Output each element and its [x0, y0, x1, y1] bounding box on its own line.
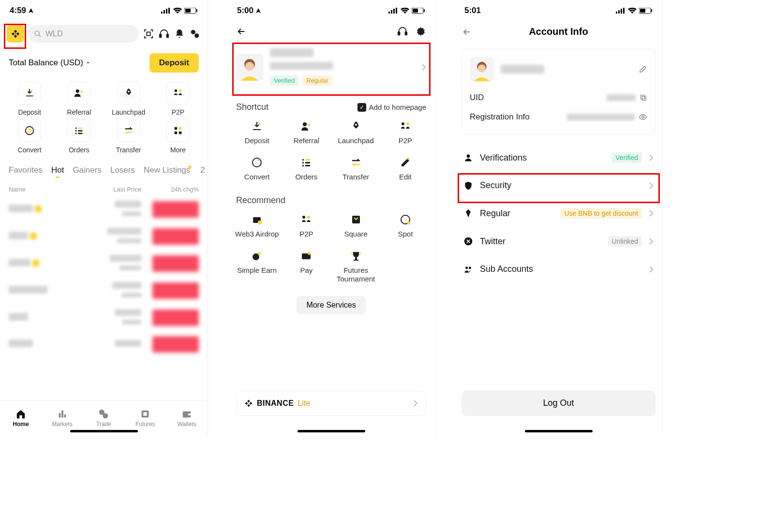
tab-gainers[interactable]: Gainers	[73, 165, 102, 175]
svg-rect-2	[166, 9, 167, 14]
list-item[interactable]	[0, 223, 208, 250]
rec-p2p[interactable]: P2P	[282, 213, 331, 238]
shortcut-more[interactable]: More	[153, 119, 203, 154]
svg-rect-29	[179, 132, 182, 134]
nav-wallets[interactable]: Wallets	[166, 401, 208, 435]
list-item[interactable]	[0, 196, 208, 223]
shortcut-launchpad[interactable]: Launchpad	[104, 81, 153, 116]
coin-icon[interactable]	[189, 29, 201, 39]
shortcut-convert[interactable]: Convert	[5, 119, 54, 154]
regular-badge: Regular	[302, 75, 332, 86]
tab-overflow[interactable]: 2	[200, 165, 205, 175]
menu-regular[interactable]: Regular Use BNB to get discount	[455, 199, 662, 227]
svg-rect-30	[59, 413, 60, 417]
menu-security[interactable]: Security	[455, 172, 662, 199]
list-item[interactable]	[0, 250, 208, 277]
shortcut-deposit[interactable]: Deposit	[232, 120, 282, 145]
list-item[interactable]	[0, 277, 208, 304]
shield-icon	[463, 181, 473, 191]
more-services-button[interactable]: More Services	[297, 296, 365, 314]
rec-web3[interactable]: Web3 Airdrop	[232, 213, 282, 238]
support-icon[interactable]	[158, 29, 170, 39]
svg-point-12	[191, 30, 195, 34]
svg-point-54	[355, 124, 357, 126]
binance-lite-bar[interactable]: BINANCE Lite	[236, 391, 426, 416]
svg-rect-28	[175, 132, 178, 134]
svg-rect-0	[161, 12, 163, 14]
search-input[interactable]: WLD	[28, 25, 139, 43]
menu-sub-accounts[interactable]: Sub Accounts	[455, 255, 662, 283]
chevron-right-icon	[649, 209, 654, 217]
tab-hot[interactable]: Hot	[51, 165, 64, 175]
profile-header[interactable]: Verified Regular	[227, 42, 435, 92]
tab-losers[interactable]: Losers	[110, 165, 135, 175]
svg-point-56	[406, 122, 409, 125]
search-placeholder: WLD	[45, 30, 63, 38]
rec-pay[interactable]: Pay	[282, 250, 331, 283]
shortcut-convert[interactable]: Convert	[232, 156, 282, 181]
svg-rect-60	[302, 162, 304, 163]
svg-rect-84	[640, 9, 645, 13]
list-item[interactable]	[0, 304, 208, 331]
svg-rect-90	[641, 95, 645, 99]
logout-button[interactable]: Log Out	[461, 390, 655, 416]
edit-icon[interactable]	[639, 65, 647, 74]
shortcut-referral[interactable]: Referral	[54, 81, 104, 116]
shortcut-edit[interactable]: Edit	[381, 156, 430, 181]
menu-verifications[interactable]: Verifications Verified	[455, 144, 662, 172]
svg-rect-25	[78, 133, 83, 134]
rec-square[interactable]: Square	[331, 213, 381, 238]
support-icon[interactable]	[397, 26, 408, 37]
tab-favorites[interactable]: Favorites	[9, 165, 43, 175]
tab-new-listings[interactable]: New Listings	[144, 165, 192, 175]
col-name: Name	[9, 186, 84, 193]
list-item[interactable]	[0, 331, 208, 357]
back-button[interactable]	[236, 26, 247, 37]
svg-point-51	[245, 62, 254, 71]
rec-earn[interactable]: Simple Earn	[232, 250, 282, 283]
svg-rect-79	[616, 12, 617, 14]
menu-twitter[interactable]: Twitter Unlinked	[455, 227, 662, 255]
signal-icon	[616, 8, 625, 14]
shortcut-p2p[interactable]: P2P	[153, 81, 203, 116]
svg-rect-24	[78, 130, 83, 132]
binance-logo[interactable]	[7, 25, 24, 43]
settings-icon[interactable]	[416, 26, 426, 37]
scan-icon[interactable]	[143, 29, 154, 39]
svg-rect-65	[407, 158, 409, 160]
users-icon	[463, 265, 473, 274]
balance-dropdown[interactable]: Total Balance (USD)	[9, 58, 91, 68]
shortcut-transfer[interactable]: Transfer	[104, 119, 153, 154]
bnb-discount-badge: Use BNB to get discount	[560, 208, 642, 219]
svg-point-14	[31, 90, 33, 92]
uid-value	[607, 94, 636, 101]
back-button[interactable]	[461, 27, 472, 37]
svg-rect-40	[391, 10, 392, 14]
add-to-homepage-toggle[interactable]: ✓ Add to homepage	[357, 103, 426, 112]
shortcut-launchpad[interactable]: Launchpad	[331, 120, 381, 145]
svg-rect-85	[651, 9, 652, 12]
shortcut-grid: Deposit Referral Launchpad P2P Convert O…	[0, 75, 208, 157]
eye-icon[interactable]	[639, 113, 647, 121]
svg-rect-32	[64, 414, 66, 417]
shortcut-orders[interactable]: Orders	[54, 119, 104, 154]
checkbox-icon: ✓	[357, 103, 366, 112]
bell-icon[interactable]	[174, 29, 185, 39]
shortcut-referral[interactable]: Referral	[282, 120, 331, 145]
binance-icon	[244, 399, 253, 408]
avatar	[236, 54, 263, 81]
rec-spot[interactable]: Spot	[381, 213, 430, 238]
shortcut-p2p[interactable]: P2P	[381, 120, 430, 145]
shortcut-orders[interactable]: Orders	[282, 156, 331, 181]
deposit-button[interactable]: Deposit	[149, 53, 199, 73]
chevron-right-icon	[649, 237, 654, 245]
rec-futures-tournament[interactable]: Futures Tournament	[331, 250, 381, 283]
shortcut-transfer[interactable]: Transfer	[331, 156, 381, 181]
nav-home[interactable]: Home	[0, 401, 42, 435]
svg-point-7	[35, 31, 39, 35]
diamond-icon	[463, 208, 473, 218]
status-time: 5:00	[237, 6, 253, 15]
copy-icon[interactable]	[640, 94, 647, 102]
shortcut-deposit[interactable]: Deposit	[5, 81, 54, 116]
svg-point-53	[303, 122, 307, 126]
